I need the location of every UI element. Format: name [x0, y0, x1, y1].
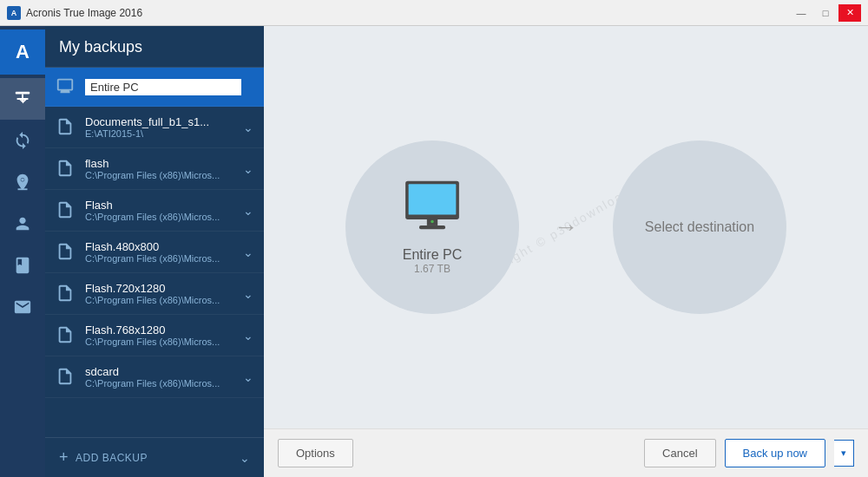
title-bar-controls: — □ ✕	[790, 4, 861, 22]
pc-icon	[398, 180, 467, 235]
file-icon-6	[56, 325, 76, 346]
source-circle: Entire PC 1.67 TB	[345, 140, 519, 314]
rail-item-account[interactable]	[0, 203, 45, 245]
window-title: Acronis True Image 2016	[26, 7, 142, 19]
item-name-sdcard: sdcard	[85, 365, 240, 378]
file-icon-3	[56, 200, 76, 221]
item-name-flash720: Flash.720x1280	[85, 282, 240, 295]
app-logo: A	[0, 29, 45, 75]
cancel-button[interactable]: Cancel	[644, 439, 715, 467]
sidebar-item-flash[interactable]: flash C:\Program Files (x86)\Micros... ⌄	[45, 148, 264, 190]
sidebar-item-entire-pc[interactable]	[45, 68, 264, 107]
sidebar-item-text-flash: flash C:\Program Files (x86)\Micros...	[85, 157, 240, 180]
backup-nav-icon	[13, 89, 32, 108]
title-bar: A Acronis True Image 2016 — □ ✕	[0, 0, 868, 26]
file-icon-2	[56, 159, 76, 180]
sidebar-item-text-flash768: Flash.768x1280 C:\Program Files (x86)\Mi…	[85, 323, 240, 347]
sidebar-item-text-flash480: Flash.480x800 C:\Program Files (x86)\Mic…	[85, 240, 240, 264]
sidebar-item-text-flash2: Flash C:\Program Files (x86)\Micros...	[85, 199, 240, 222]
rail-item-guide[interactable]	[0, 245, 45, 286]
svg-point-6	[431, 220, 434, 224]
sidebar-item-text-flash720: Flash.720x1280 C:\Program Files (x86)\Mi…	[85, 282, 240, 305]
backup-now-button[interactable]: Back up now	[725, 439, 825, 467]
file-icon-4	[56, 242, 76, 263]
sidebar-item-documents[interactable]: Documents_full_b1_s1... E:\ATI2015-1\ ⌄	[45, 107, 264, 148]
chevron-icon-7: ⌄	[243, 370, 253, 384]
item-name-documents: Documents_full_b1_s1...	[85, 115, 240, 128]
item-path-flash720: C:\Program Files (x86)\Micros...	[85, 295, 240, 305]
sidebar-item-text-documents: Documents_full_b1_s1... E:\ATI2015-1\	[85, 115, 240, 139]
item-name-flash2: Flash	[85, 199, 240, 212]
minimize-button[interactable]: —	[790, 4, 812, 22]
close-button[interactable]: ✕	[838, 4, 861, 22]
sidebar-item-flash720[interactable]: Flash.720x1280 C:\Program Files (x86)\Mi…	[45, 273, 264, 315]
book-nav-icon	[13, 256, 32, 275]
chevron-icon-2: ⌄	[243, 162, 253, 176]
main-content: Copyright © p30download.com	[264, 26, 868, 477]
svg-rect-3	[409, 184, 457, 214]
item-name-flash480: Flash.480x800	[85, 240, 240, 253]
app-icon: A	[7, 6, 21, 20]
svg-point-1	[21, 178, 24, 181]
sidebar-footer: + ADD BACKUP ⌄	[45, 437, 264, 477]
chevron-icon-3: ⌄	[243, 204, 253, 218]
rail-item-mail[interactable]	[0, 286, 45, 328]
chevron-icon-1: ⌄	[243, 121, 253, 134]
add-backup-button[interactable]: + ADD BACKUP	[59, 448, 148, 467]
sidebar-item-flash2[interactable]: Flash C:\Program Files (x86)\Micros... ⌄	[45, 190, 264, 232]
svg-rect-0	[16, 92, 30, 95]
entire-pc-input[interactable]	[85, 79, 241, 95]
title-bar-left: A Acronis True Image 2016	[7, 6, 142, 20]
account-nav-icon	[13, 214, 32, 233]
rail-item-backup[interactable]	[0, 78, 45, 120]
chevron-icon-5: ⌄	[243, 287, 253, 301]
rail-item-sync[interactable]	[0, 120, 45, 161]
item-path-sdcard: C:\Program Files (x86)\Micros...	[85, 378, 240, 389]
plus-icon: +	[59, 448, 69, 467]
sidebar-list: Documents_full_b1_s1... E:\ATI2015-1\ ⌄ …	[45, 68, 264, 437]
add-backup-label: ADD BACKUP	[76, 452, 148, 464]
item-path-flash2: C:\Program Files (x86)\Micros...	[85, 212, 240, 222]
item-path-flash768: C:\Program Files (x86)\Micros...	[85, 337, 240, 347]
mail-nav-icon	[13, 297, 32, 317]
destination-circle[interactable]: Select destination	[613, 140, 786, 314]
item-path-flash480: C:\Program Files (x86)\Micros...	[85, 253, 240, 264]
source-label: Entire PC	[403, 247, 462, 263]
monitor-icon	[56, 76, 76, 97]
sidebar-item-sdcard[interactable]: sdcard C:\Program Files (x86)\Micros... …	[45, 356, 264, 398]
item-path-flash: C:\Program Files (x86)\Micros...	[85, 170, 240, 180]
icon-rail: A	[0, 26, 45, 477]
maximize-button[interactable]: □	[814, 4, 837, 22]
tools-nav-icon	[13, 173, 32, 192]
item-path-documents: E:\ATI2015-1\	[85, 128, 240, 139]
chevron-icon-6: ⌄	[243, 329, 253, 343]
file-icon-1	[56, 117, 76, 138]
file-icon-7	[56, 367, 76, 388]
file-icon-5	[56, 284, 76, 304]
app-body: A My backups	[0, 26, 868, 477]
sidebar-footer-chevron: ⌄	[240, 451, 250, 465]
sidebar-item-text-sdcard: sdcard C:\Program Files (x86)\Micros...	[85, 365, 240, 389]
item-name-flash768: Flash.768x1280	[85, 323, 240, 337]
chevron-icon-4: ⌄	[243, 245, 253, 259]
sidebar-header: My backups	[45, 26, 264, 68]
source-sublabel: 1.67 TB	[414, 263, 450, 275]
sidebar: My backups Documents_full_b1_s1... E:\AT…	[45, 26, 264, 477]
options-button[interactable]: Options	[278, 439, 353, 467]
arrow-icon: →	[554, 213, 578, 241]
sidebar-item-flash480[interactable]: Flash.480x800 C:\Program Files (x86)\Mic…	[45, 232, 264, 273]
svg-rect-5	[419, 225, 445, 229]
sidebar-item-flash768[interactable]: Flash.768x1280 C:\Program Files (x86)\Mi…	[45, 315, 264, 356]
destination-label: Select destination	[645, 218, 754, 237]
item-name-flash: flash	[85, 157, 240, 170]
rail-item-tools[interactable]	[0, 161, 45, 203]
main-body: Copyright © p30download.com	[264, 26, 868, 428]
main-footer: Options Cancel Back up now ▾	[264, 428, 868, 477]
backup-now-chevron[interactable]: ▾	[834, 440, 854, 467]
sync-nav-icon	[13, 131, 32, 150]
